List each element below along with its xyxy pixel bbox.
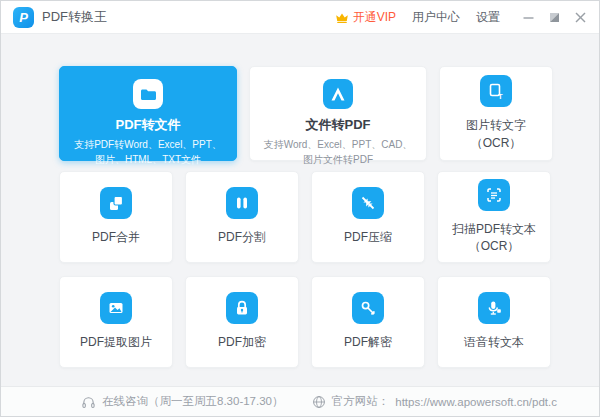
merge-icon [100, 187, 132, 219]
window-controls [522, 11, 587, 24]
card-pdf-compress[interactable]: PDF压缩 [311, 171, 425, 263]
globe-icon [312, 395, 326, 409]
split-icon [226, 187, 258, 219]
online-support-link[interactable]: 在线咨询（周一至周五8.30-17.30） [81, 394, 284, 409]
lock-icon [226, 292, 258, 324]
crown-icon [335, 12, 349, 23]
card-title: PDF合并 [84, 229, 148, 246]
card-pdf-encrypt[interactable]: PDF加密 [185, 276, 299, 368]
card-pdf-split[interactable]: PDF分割 [185, 171, 299, 263]
card-title: PDF压缩 [336, 229, 400, 246]
card-scan-pdf-ocr[interactable]: 扫描PDF转文本（OCR） [437, 171, 551, 263]
card-pdf-merge[interactable]: PDF合并 [59, 171, 173, 263]
compress-icon [352, 187, 384, 219]
official-website-label: 官方网站： [332, 394, 390, 409]
card-title: PDF分割 [210, 229, 274, 246]
open-vip-button[interactable]: 开通VIP [335, 9, 396, 26]
speech-to-text-icon [478, 292, 510, 324]
online-support-label: 在线咨询（周一至周五8.30-17.30） [102, 394, 284, 409]
card-title: 扫描PDF转文本（OCR） [438, 221, 550, 256]
user-center-button[interactable]: 用户中心 [412, 9, 460, 26]
card-speech-to-text[interactable]: 语音转文本 [437, 276, 551, 368]
card-title: 图片转文字（OCR） [440, 117, 552, 152]
card-desc: 支持PDF转Word、Excel、PPT、图片、HTML、TXT文件 [60, 138, 236, 167]
card-title: PDF解密 [336, 334, 400, 351]
open-vip-label: 开通VIP [353, 9, 396, 26]
card-pdf-extract-images[interactable]: PDF提取图片 [59, 276, 173, 368]
scan-ocr-icon [478, 179, 510, 211]
headset-icon [81, 395, 96, 409]
card-pdf-to-file[interactable]: PDF转文件 支持PDF转Word、Excel、PPT、图片、HTML、TXT文… [59, 66, 237, 161]
card-title: 语音转文本 [456, 334, 532, 351]
card-image-to-text[interactable]: T 图片转文字（OCR） [439, 66, 553, 161]
app-title: PDF转换王 [42, 8, 107, 26]
svg-text:T: T [498, 92, 503, 101]
titlebar: P PDF转换王 开通VIP 用户中心 设置 [1, 1, 599, 34]
card-desc: 支持Word、Excel、PPT、CAD、图片文件转PDF [250, 138, 426, 167]
close-button[interactable] [574, 11, 587, 24]
extract-image-icon [100, 292, 132, 324]
minimize-button[interactable] [522, 11, 535, 24]
card-title: 文件转PDF [306, 116, 371, 134]
official-website-link[interactable]: 官方网站：https://www.apowersoft.cn/pdt.c [312, 394, 557, 409]
key-icon [352, 292, 384, 324]
card-title: PDF提取图片 [72, 334, 160, 351]
card-title: PDF转文件 [116, 116, 181, 134]
settings-button[interactable]: 设置 [476, 9, 500, 26]
tool-grid: PDF转文件 支持PDF转Word、Excel、PPT、图片、HTML、TXT文… [59, 66, 553, 368]
card-file-to-pdf[interactable]: 文件转PDF 支持Word、Excel、PPT、CAD、图片文件转PDF [249, 66, 427, 161]
app-window: P PDF转换王 开通VIP 用户中心 设置 [0, 0, 600, 417]
card-title: PDF加密 [210, 334, 274, 351]
pdf-triangle-icon [323, 79, 353, 109]
image-to-text-icon: T [480, 75, 512, 107]
maximize-button[interactable] [548, 11, 561, 24]
folder-icon [133, 79, 163, 109]
card-pdf-decrypt[interactable]: PDF解密 [311, 276, 425, 368]
official-website-url: https://www.apowersoft.cn/pdt.c [395, 396, 557, 408]
app-logo-icon: P [13, 7, 34, 28]
status-bar: 在线咨询（周一至周五8.30-17.30） 官方网站：https://www.a… [1, 386, 599, 416]
